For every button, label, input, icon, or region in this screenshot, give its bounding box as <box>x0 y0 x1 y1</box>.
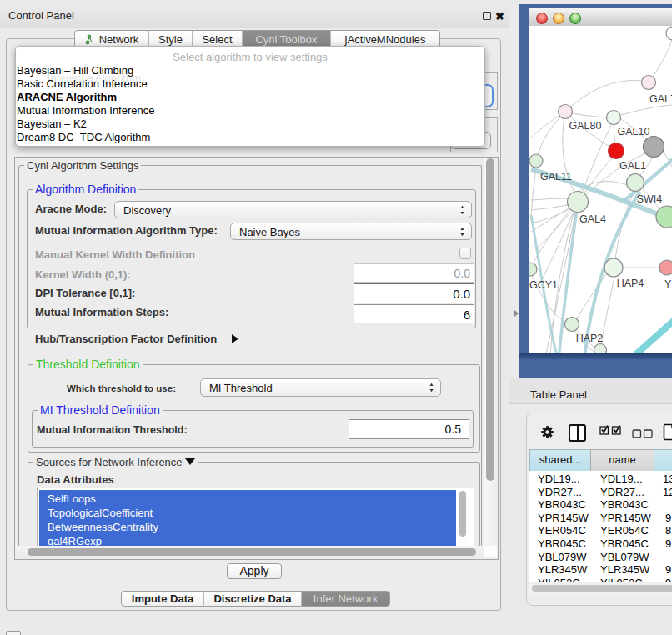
svg-text:GAL7: GAL7 <box>649 93 672 105</box>
svg-text:Y: Y <box>664 278 672 290</box>
svg-text:SWI4: SWI4 <box>637 193 663 205</box>
svg-text:GCY1: GCY1 <box>529 279 558 291</box>
svg-text:GAL1: GAL1 <box>619 160 646 172</box>
svg-text:GAL4: GAL4 <box>579 213 606 225</box>
svg-text:HAP2: HAP2 <box>576 332 604 344</box>
svg-text:GAL10: GAL10 <box>618 126 650 138</box>
svg-text:HAP4: HAP4 <box>617 278 644 289</box>
svg-text:GAL80: GAL80 <box>569 120 602 132</box>
svg-text:GAL11: GAL11 <box>540 171 572 182</box>
